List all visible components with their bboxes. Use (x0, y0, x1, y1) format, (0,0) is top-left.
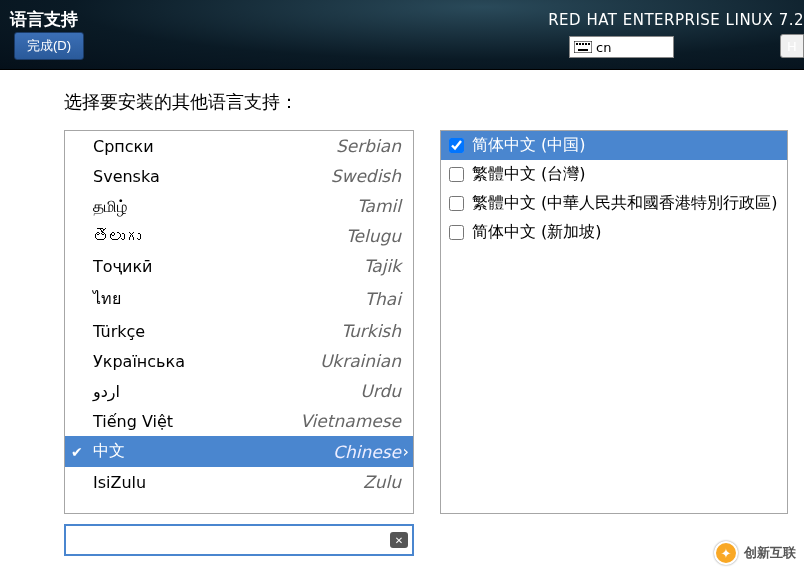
locale-label: 繁體中文 (台灣) (472, 164, 586, 185)
watermark: ✦ 创新互联 (714, 541, 796, 565)
locale-row[interactable]: 简体中文 (中国) (441, 131, 787, 160)
search-box[interactable]: ✕ (64, 524, 414, 556)
language-english-name: Chinese (333, 442, 401, 462)
svg-rect-0 (574, 41, 592, 53)
language-native-name: Türkçe (93, 322, 145, 341)
check-icon: ✔ (71, 444, 83, 460)
svg-rect-5 (588, 43, 590, 45)
language-row[interactable]: ✔中文Chinese› (65, 436, 413, 467)
locale-checkbox[interactable] (449, 196, 464, 211)
language-english-name: Tajik (364, 256, 401, 276)
watermark-logo-icon: ✦ (714, 541, 738, 565)
language-row[interactable]: తెలుగుTelugu (65, 221, 413, 251)
language-native-name: Српски (93, 137, 154, 156)
locale-checkbox[interactable] (449, 138, 464, 153)
locale-label: 简体中文 (新加坡) (472, 222, 602, 243)
svg-rect-2 (579, 43, 581, 45)
language-english-name: Zulu (363, 472, 401, 492)
language-row[interactable]: УкраїнськаUkrainian (65, 346, 413, 376)
language-row[interactable]: اردوUrdu (65, 376, 413, 406)
language-english-name: Serbian (336, 136, 401, 156)
product-label: RED HAT ENTERPRISE LINUX 7.2 (548, 11, 804, 29)
language-native-name: Українська (93, 352, 185, 371)
language-native-name: IsiZulu (93, 473, 146, 492)
language-native-name: తెలుగు (93, 227, 141, 246)
locale-checkbox[interactable] (449, 167, 464, 182)
language-native-name: Тоҷикӣ (93, 257, 152, 276)
language-english-name: Urdu (360, 381, 401, 401)
language-english-name: Vietnamese (300, 411, 401, 431)
language-row[interactable]: СрпскиSerbian (65, 131, 413, 161)
language-english-name: Tamil (357, 196, 401, 216)
svg-rect-6 (578, 49, 588, 51)
locale-row[interactable]: 繁體中文 (台灣) (441, 160, 787, 189)
help-button[interactable]: H (780, 34, 804, 58)
search-input[interactable] (66, 526, 386, 554)
locale-row[interactable]: 繁體中文 (中華人民共和國香港特別行政區) (441, 189, 787, 218)
language-native-name: Tiếng Việt (93, 412, 173, 431)
locale-list[interactable]: 简体中文 (中国)繁體中文 (台灣)繁體中文 (中華人民共和國香港特別行政區)简… (440, 130, 788, 514)
keyboard-layout-button[interactable]: cn (569, 36, 674, 58)
header-bar: 语言支持 完成(D) RED HAT ENTERPRISE LINUX 7.2 … (0, 0, 804, 70)
content-area: 选择要安装的其他语言支持： СрпскиSerbianSvenskaSwedis… (0, 70, 804, 556)
keyboard-icon (574, 41, 592, 53)
language-english-name: Turkish (341, 321, 401, 341)
svg-rect-3 (582, 43, 584, 45)
svg-rect-1 (576, 43, 578, 45)
locale-row[interactable]: 简体中文 (新加坡) (441, 218, 787, 247)
language-row[interactable]: TürkçeTurkish (65, 316, 413, 346)
language-english-name: Telugu (346, 226, 401, 246)
language-native-name: اردو (93, 382, 120, 401)
language-native-name: 中文 (93, 441, 125, 462)
language-native-name: தமிழ் (93, 197, 127, 216)
language-native-name: Svenska (93, 167, 160, 186)
done-button[interactable]: 完成(D) (14, 32, 84, 60)
clear-search-icon[interactable]: ✕ (390, 532, 408, 548)
keyboard-layout-label: cn (596, 40, 611, 55)
chevron-right-icon: › (403, 442, 409, 461)
language-row[interactable]: தமிழ்Tamil (65, 191, 413, 221)
language-english-name: Ukrainian (320, 351, 401, 371)
locale-checkbox[interactable] (449, 225, 464, 240)
language-list[interactable]: СрпскиSerbianSvenskaSwedishதமிழ்Tamilతెల… (64, 130, 414, 514)
locale-label: 简体中文 (中国) (472, 135, 586, 156)
language-native-name: ไทย (93, 286, 121, 311)
locale-label: 繁體中文 (中華人民共和國香港特別行政區) (472, 193, 778, 214)
page-title: 语言支持 (10, 8, 78, 31)
language-row[interactable]: IsiZuluZulu (65, 467, 413, 497)
watermark-text: 创新互联 (744, 544, 796, 562)
subtitle: 选择要安装的其他语言支持： (64, 90, 804, 114)
language-english-name: Thai (365, 289, 401, 309)
svg-rect-4 (585, 43, 587, 45)
language-row[interactable]: ТоҷикӣTajik (65, 251, 413, 281)
language-row[interactable]: SvenskaSwedish (65, 161, 413, 191)
language-row[interactable]: ไทยThai (65, 281, 413, 316)
language-english-name: Swedish (331, 166, 401, 186)
language-row[interactable]: Tiếng ViệtVietnamese (65, 406, 413, 436)
